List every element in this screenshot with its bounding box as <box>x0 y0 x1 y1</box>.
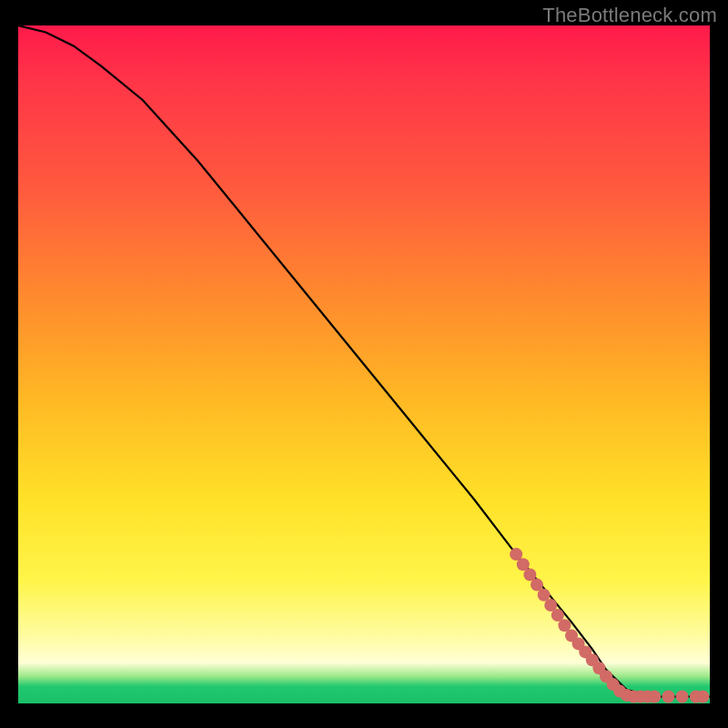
bottleneck-curve <box>18 25 710 697</box>
marker-dot <box>676 691 689 703</box>
marker-dots <box>510 548 709 703</box>
marker-dot <box>648 691 661 703</box>
chart-svg <box>18 25 710 703</box>
curve-line <box>18 25 710 697</box>
chart-frame: TheBottleneck.com <box>0 0 728 728</box>
marker-dot <box>696 691 709 703</box>
watermark-text: TheBottleneck.com <box>542 4 717 27</box>
marker-dot <box>662 691 674 703</box>
plot-area <box>18 25 710 703</box>
